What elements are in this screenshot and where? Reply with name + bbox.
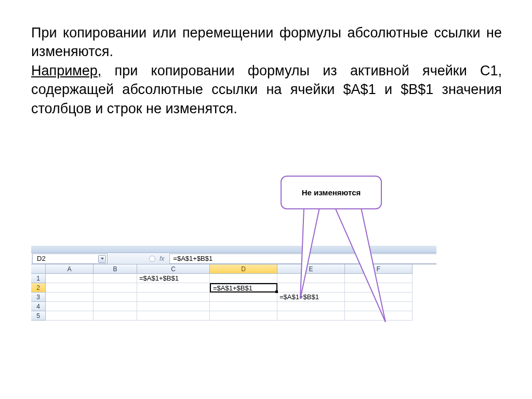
name-box-value: D2 (37, 255, 46, 262)
row-header-3[interactable]: 3 (31, 292, 46, 302)
row-header-4[interactable]: 4 (31, 302, 46, 311)
svg-marker-0 (300, 208, 320, 299)
fx-block: fx (149, 254, 169, 264)
cell-d3[interactable] (210, 292, 277, 302)
cell-d1[interactable] (210, 274, 277, 283)
callout-label: Не изменяются (302, 188, 361, 197)
name-box[interactable]: D2 (32, 254, 108, 264)
cell-c2[interactable] (137, 283, 210, 292)
cell-c3[interactable] (137, 292, 210, 302)
col-header-a[interactable]: A (46, 264, 94, 274)
fx-label[interactable]: fx (159, 255, 164, 262)
svg-marker-1 (335, 208, 385, 322)
cell-c4[interactable] (137, 302, 210, 311)
slide-text: При копировании или перемещении формулы … (31, 23, 502, 118)
cell-d4[interactable] (210, 302, 277, 311)
col-header-b[interactable]: B (94, 264, 137, 274)
example-underline: Например, (31, 63, 101, 78)
row-header-2[interactable]: 2 (31, 283, 46, 292)
paragraph-1: При копировании или перемещении формулы … (31, 23, 502, 61)
formula-input-value: =$A$1+$B$1 (173, 255, 212, 262)
fx-dot-icon (149, 256, 155, 262)
row-header-5[interactable]: 5 (31, 311, 46, 321)
col-header-c[interactable]: C (137, 264, 210, 274)
row-header-1[interactable]: 1 (31, 274, 46, 283)
callout-box: Не изменяются (281, 176, 382, 209)
cell-a4[interactable] (46, 302, 94, 311)
col-header-d[interactable]: D (210, 264, 277, 274)
cell-d5[interactable] (210, 311, 277, 321)
cell-a2[interactable] (46, 283, 94, 292)
cell-b4[interactable] (94, 302, 137, 311)
cell-b3[interactable] (94, 292, 137, 302)
paragraph-2-rest: при копировании формулы из активной ячей… (31, 63, 502, 116)
cell-c1[interactable]: =$A$1+$B$1 (137, 274, 210, 283)
cell-d2-active[interactable]: =$A$1+$B$1 (210, 283, 277, 292)
cell-a3[interactable] (46, 292, 94, 302)
cell-b1[interactable] (94, 274, 137, 283)
cell-b5[interactable] (94, 311, 137, 321)
cell-c5[interactable] (137, 311, 210, 321)
cell-a5[interactable] (46, 311, 94, 321)
name-box-dropdown-icon[interactable] (98, 255, 106, 263)
cell-b2[interactable] (94, 283, 137, 292)
select-all-corner[interactable] (31, 264, 46, 274)
paragraph-2: Например, при копировании формулы из акт… (31, 61, 502, 118)
callout-tail-right (322, 208, 390, 322)
cell-a1[interactable] (46, 274, 94, 283)
